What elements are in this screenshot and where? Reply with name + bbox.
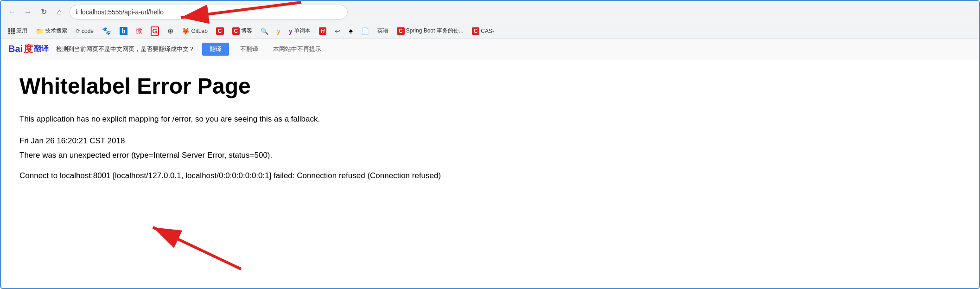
apps-grid-icon xyxy=(8,28,15,34)
bookmark-csdn1[interactable]: C xyxy=(213,26,227,36)
bookmark-g[interactable]: G xyxy=(148,26,162,37)
baidu-fanyi-text: 翻译 xyxy=(34,44,49,54)
bookmark-gitlab-label: GitLab xyxy=(191,28,207,34)
error-line1: There was an unexpected error (type=Inte… xyxy=(19,149,961,161)
home-button[interactable]: ⌂ xyxy=(53,6,66,19)
address-bar[interactable]: ℹ xyxy=(70,5,348,19)
bookmark-wordbook-label: 单词本 xyxy=(294,27,311,35)
reload-button[interactable]: ↻ xyxy=(37,6,50,19)
baidu-logo-text: Bai xyxy=(8,44,23,54)
springboot-c-icon: C xyxy=(397,27,405,35)
bookmark-tech-search[interactable]: 📁 技术搜索 xyxy=(33,26,70,36)
browser-wrapper: ← → ↻ ⌂ ℹ xyxy=(0,0,980,289)
bookmark-code[interactable]: ⟳ code xyxy=(73,27,96,35)
bookmark-cas[interactable]: C CAS- xyxy=(469,26,497,36)
bookmark-apps[interactable]: 应用 xyxy=(6,26,30,36)
bookmark-blog[interactable]: C 博客 xyxy=(229,26,255,36)
bookmark-loop[interactable]: ↩ xyxy=(332,26,343,36)
translate-bar: Bai 度 翻译 检测到当前网页不是中文网页，是否要翻译成中文？ 翻译 不翻译 … xyxy=(1,39,979,59)
nav-controls: ← → ↻ ⌂ xyxy=(6,6,66,19)
url-input[interactable] xyxy=(81,8,342,16)
error-description: This application has no explicit mapping… xyxy=(19,113,961,125)
bookmark-page[interactable]: 📄 xyxy=(358,26,372,36)
no-translate-button[interactable]: 不翻译 xyxy=(236,43,262,56)
bookmark-blog-label: 博客 xyxy=(241,27,252,35)
bookmark-english-label: 英语 xyxy=(377,27,388,35)
bookmark-h[interactable]: H xyxy=(316,26,330,36)
bookmark-baidu[interactable]: 🐾 xyxy=(99,26,114,36)
bookmark-apps-label: 应用 xyxy=(16,27,27,35)
cas-c-icon: C xyxy=(472,27,480,35)
y-purple-icon: y xyxy=(289,27,293,35)
bookmark-springboot-label: Spring Boot 事务的使... xyxy=(406,27,464,35)
blog-c-icon: C xyxy=(232,27,240,35)
nav-bar: ← → ↻ ⌂ ℹ xyxy=(1,1,979,23)
baidu-logo: Bai 度 翻译 xyxy=(8,43,49,55)
forward-button[interactable]: → xyxy=(21,6,34,19)
search-q-icon: 🔍 xyxy=(261,27,268,35)
gitlab-icon: 🦊 xyxy=(182,27,190,35)
baidu-paw-icon: 🐾 xyxy=(102,26,111,35)
y-yellow-icon: y xyxy=(277,27,280,35)
error-line2: Connect to localhost:8001 [localhost/127… xyxy=(19,169,961,182)
page-content: Whitelabel Error Page This application h… xyxy=(1,59,979,203)
baidu-du-text: 度 xyxy=(24,43,33,55)
bookmark-springboot[interactable]: C Spring Boot 事务的使... xyxy=(394,26,466,36)
bookmark-weibo[interactable]: 微 xyxy=(133,26,145,36)
github-icon: ⊕ xyxy=(167,26,173,35)
no-prompt-button[interactable]: 本网站中不再提示 xyxy=(269,43,325,56)
bookmark-gitlab[interactable]: 🦊 GitLab xyxy=(179,26,210,36)
page-icon: 📄 xyxy=(361,27,369,35)
weibo-icon: 微 xyxy=(136,27,142,35)
bookmark-spade[interactable]: ♠ xyxy=(346,26,356,36)
error-timestamp: Fri Jan 26 16:20:21 CST 2018 xyxy=(19,135,961,147)
bookmark-bing[interactable]: b xyxy=(117,26,130,36)
bookmarks-bar: 应用 📁 技术搜索 ⟳ code 🐾 b 微 xyxy=(1,23,979,39)
loop-icon: ↩ xyxy=(335,27,340,35)
g-icon: G xyxy=(151,26,159,36)
folder-icon: 📁 xyxy=(36,27,44,35)
bookmark-english[interactable]: 英语 xyxy=(375,26,391,36)
bookmark-y-yellow[interactable]: y xyxy=(274,26,283,36)
code-loop-icon: ⟳ xyxy=(76,28,80,34)
error-title: Whitelabel Error Page xyxy=(19,73,961,99)
h-red-icon: H xyxy=(319,27,327,35)
lock-icon: ℹ xyxy=(76,8,78,15)
translate-button[interactable]: 翻译 xyxy=(202,43,229,56)
bookmark-github[interactable]: ⊕ xyxy=(165,26,176,36)
bookmark-code-label: code xyxy=(82,28,94,34)
bing-b-icon: b xyxy=(120,27,127,35)
bookmark-wordbook[interactable]: y 单词本 xyxy=(286,26,313,36)
spade-icon: ♠ xyxy=(349,27,353,35)
csdn-c-icon: C xyxy=(216,27,224,35)
translate-message: 检测到当前网页不是中文网页，是否要翻译成中文？ xyxy=(56,45,195,53)
bookmark-cas-label: CAS- xyxy=(481,28,494,34)
error-body: This application has no explicit mapping… xyxy=(19,113,961,182)
back-button[interactable]: ← xyxy=(6,6,19,19)
browser-frame: ← → ↻ ⌂ ℹ xyxy=(0,0,980,289)
bookmark-search-q[interactable]: 🔍 xyxy=(258,26,271,36)
bookmark-tech-search-label: 技术搜索 xyxy=(45,27,67,35)
